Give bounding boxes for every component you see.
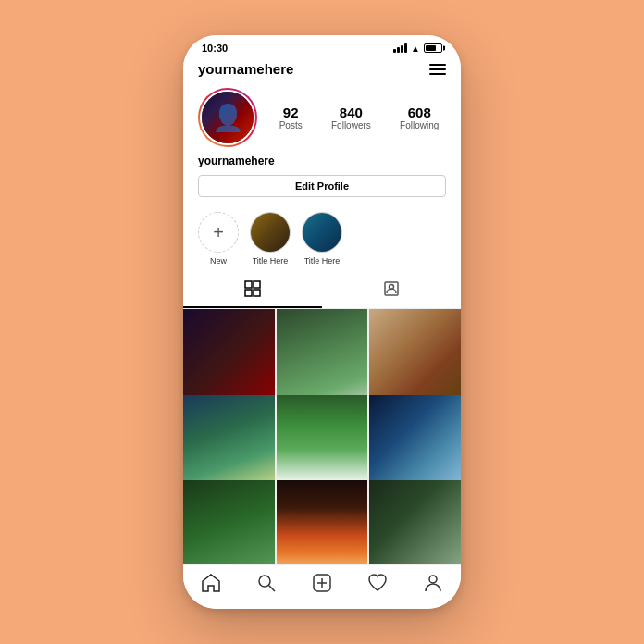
story-2[interactable]: Title Here <box>302 212 342 266</box>
nav-likes[interactable] <box>350 573 405 598</box>
status-time: 10:30 <box>202 43 228 54</box>
bottom-nav <box>183 564 461 609</box>
svg-rect-3 <box>254 290 260 296</box>
battery-icon <box>424 43 442 53</box>
heart-icon <box>367 573 388 598</box>
svg-rect-2 <box>245 290 252 296</box>
grid-photo-5[interactable] <box>277 395 368 487</box>
grid-photo-3[interactable] <box>369 309 461 401</box>
stat-followers[interactable]: 840 Followers <box>331 105 371 130</box>
stories-row: + New Title Here Title Here <box>183 204 461 273</box>
status-icons: ▲ <box>393 43 442 54</box>
tab-tagged[interactable] <box>322 273 461 308</box>
followers-count: 840 <box>340 105 363 120</box>
svg-point-6 <box>259 576 270 587</box>
story-1[interactable]: Title Here <box>250 212 291 266</box>
nav-search[interactable] <box>239 573 294 598</box>
grid-photo-7[interactable] <box>183 480 275 564</box>
profile-section: 92 Posts 840 Followers 608 Following you… <box>183 84 461 204</box>
nav-profile[interactable] <box>405 573 461 598</box>
profile-username: yournamehere <box>198 155 446 167</box>
edit-profile-button[interactable]: Edit Profile <box>198 175 446 197</box>
tab-grid[interactable] <box>183 273 322 308</box>
nav-add[interactable] <box>294 573 350 598</box>
story-new[interactable]: + New <box>198 212 239 266</box>
grid-icon <box>244 280 261 301</box>
story-1-img <box>251 213 290 252</box>
add-story-icon: + <box>213 223 224 242</box>
app-header: yournamehere <box>183 57 461 84</box>
menu-button[interactable] <box>429 64 446 75</box>
story-1-label: Title Here <box>253 256 289 266</box>
search-icon <box>256 573 277 598</box>
svg-point-11 <box>429 576 437 583</box>
add-icon <box>312 573 332 598</box>
story-2-img <box>303 213 341 252</box>
svg-rect-1 <box>254 281 260 288</box>
profile-top: 92 Posts 840 Followers 608 Following <box>198 88 446 147</box>
wifi-icon: ▲ <box>411 43 420 54</box>
profile-stats: 92 Posts 840 Followers 608 Following <box>272 105 446 130</box>
nav-home[interactable] <box>183 573 239 598</box>
phone-frame: 10:30 ▲ yournamehere <box>183 35 461 609</box>
posts-label: Posts <box>279 120 303 130</box>
grid-photo-6[interactable] <box>369 395 461 487</box>
grid-photo-9[interactable] <box>369 480 461 564</box>
header-username: yournamehere <box>198 61 293 77</box>
story-2-label: Title Here <box>304 256 341 266</box>
profile-icon <box>423 573 443 598</box>
following-label: Following <box>400 120 439 130</box>
svg-line-7 <box>269 586 276 592</box>
home-icon <box>201 573 221 598</box>
stat-posts[interactable]: 92 Posts <box>279 105 303 130</box>
grid-photo-2[interactable] <box>277 309 368 401</box>
followers-label: Followers <box>331 120 371 130</box>
grid-photo-4[interactable] <box>183 395 275 487</box>
svg-rect-0 <box>245 281 252 288</box>
status-bar: 10:30 ▲ <box>183 35 461 57</box>
avatar <box>202 92 254 143</box>
posts-count: 92 <box>283 105 299 120</box>
signal-icon <box>393 43 407 53</box>
photo-grid <box>183 309 461 564</box>
tagged-icon <box>383 280 400 301</box>
grid-photo-8[interactable] <box>277 480 368 564</box>
avatar-container[interactable] <box>198 88 257 147</box>
following-count: 608 <box>408 105 431 120</box>
stat-following[interactable]: 608 Following <box>400 105 439 130</box>
profile-tabs <box>183 273 461 309</box>
story-new-label: New <box>210 256 227 266</box>
grid-photo-1[interactable] <box>183 309 275 401</box>
